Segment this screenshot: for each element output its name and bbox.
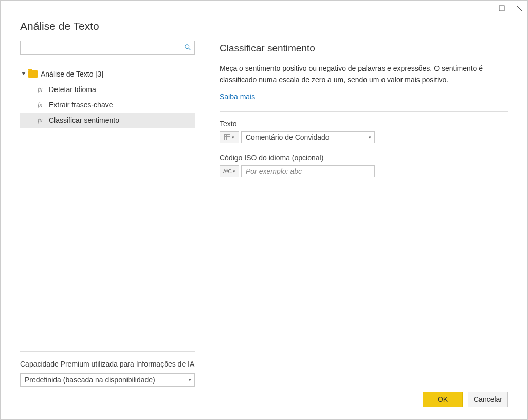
chevron-down-icon: ▾: [369, 135, 371, 140]
tree-root-node[interactable]: Análise de Texto [3]: [20, 66, 195, 82]
field-text-label: Texto: [220, 120, 508, 128]
fx-icon: fx: [38, 116, 49, 124]
svg-point-3: [185, 44, 189, 48]
learn-more-link[interactable]: Saiba mais: [220, 93, 255, 101]
fx-icon: fx: [38, 85, 49, 94]
text-column-combo[interactable]: Comentário de Convidado ▾: [241, 131, 375, 143]
tree-item-classify-sentiment[interactable]: fx Classificar sentimento: [20, 113, 195, 128]
tree-item-label: Detetar Idioma: [49, 85, 96, 94]
tree-item-detect-language[interactable]: fx Detetar Idioma: [20, 82, 195, 97]
tree-root-label: Análise de Texto [3]: [41, 70, 103, 78]
chevron-down-icon: ▾: [232, 135, 234, 140]
divider: [220, 111, 508, 112]
text-column-value: Comentário de Convidado: [246, 133, 330, 141]
function-tree: Análise de Texto [3] fx Detetar Idioma f…: [20, 66, 195, 351]
search-input[interactable]: [24, 44, 184, 52]
folder-icon: [28, 70, 38, 78]
abc-icon: AᴮC: [223, 169, 231, 174]
capacity-value: Predefinida (baseada na disponibilidade): [25, 376, 155, 384]
field-text-row: ▾ Comentário de Convidado ▾: [220, 131, 508, 143]
svg-marker-5: [22, 72, 26, 75]
type-picker-button[interactable]: AᴮC ▾: [220, 165, 239, 177]
field-iso: Código ISO do idioma (opcional) AᴮC ▾: [220, 154, 508, 177]
chevron-down-icon: ▾: [233, 169, 235, 174]
svg-rect-0: [499, 6, 504, 11]
svg-line-4: [189, 48, 191, 50]
capacity-label: Capacidade Premium utilizada para Inform…: [20, 360, 195, 368]
chevron-down-icon: ▾: [189, 377, 191, 382]
search-icon[interactable]: [184, 44, 191, 52]
capacity-combo[interactable]: Predefinida (baseada na disponibilidade)…: [20, 373, 195, 387]
field-iso-label: Código ISO do idioma (opcional): [220, 154, 508, 162]
content-area: Análise de Texto [3] fx Detetar Idioma f…: [1, 41, 527, 392]
tree-item-extract-phrases[interactable]: fx Extrair frases-chave: [20, 97, 195, 113]
chevron-down-icon[interactable]: [20, 71, 27, 77]
tree-item-label: Classificar sentimento: [49, 116, 119, 124]
ok-button[interactable]: OK: [423, 392, 463, 407]
table-icon: [224, 134, 230, 140]
column-picker-button[interactable]: ▾: [220, 131, 239, 143]
search-box[interactable]: [20, 41, 195, 55]
detail-title: Classificar sentimento: [220, 43, 508, 54]
left-pane: Análise de Texto [3] fx Detetar Idioma f…: [20, 41, 195, 392]
detail-pane: Classificar sentimento Meça o sentimento…: [220, 41, 508, 392]
footer: OK Cancelar: [1, 392, 527, 419]
maximize-icon[interactable]: [497, 3, 507, 13]
cancel-button[interactable]: Cancelar: [468, 392, 508, 407]
tree-item-label: Extrair frases-chave: [49, 101, 113, 109]
close-icon[interactable]: [514, 3, 524, 13]
dialog-window: Análise de Texto Análise de Texto [3]: [0, 0, 528, 420]
field-text: Texto ▾ Comentário de Convidado ▾: [220, 120, 508, 143]
titlebar: [1, 1, 527, 16]
capacity-section: Capacidade Premium utilizada para Inform…: [20, 351, 195, 392]
dialog-title: Análise de Texto: [1, 16, 527, 41]
field-iso-row: AᴮC ▾: [220, 165, 508, 177]
fx-icon: fx: [38, 101, 49, 109]
iso-input[interactable]: [241, 165, 375, 177]
detail-description: Meça o sentimento positivo ou negativo d…: [220, 63, 497, 85]
